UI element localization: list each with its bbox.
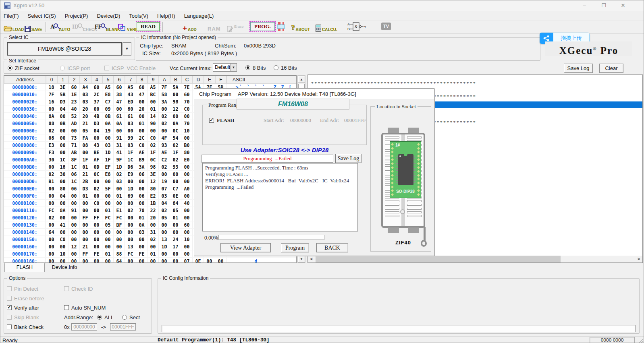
hex-byte-cell[interactable]: 41 (57, 221, 69, 228)
hex-byte-cell[interactable]: 00 (80, 200, 91, 207)
hex-byte-cell[interactable]: 06 (69, 171, 80, 178)
hex-byte-cell[interactable]: 00 (181, 192, 193, 199)
hex-byte-cell[interactable]: 18 (46, 84, 57, 91)
hex-byte-cell[interactable]: 00 (181, 243, 193, 250)
hex-byte-cell[interactable]: 1B (147, 200, 159, 207)
hex-byte-cell[interactable]: 71 (69, 142, 80, 149)
add-button[interactable]: + ADD (183, 21, 197, 33)
hex-byte-cell[interactable]: 31 (147, 229, 159, 236)
hex-byte-cell[interactable]: 02 (159, 120, 170, 127)
menu-item[interactable]: Language(L) (184, 13, 214, 19)
hex-byte-cell[interactable]: 02 (114, 171, 125, 178)
hex-byte-cell[interactable]: BC (147, 91, 159, 98)
hex-byte-cell[interactable]: 01 (147, 105, 159, 112)
hex-byte-cell[interactable]: 00 (69, 221, 80, 228)
hex-byte-cell[interactable]: 5A (170, 84, 181, 91)
hex-byte-cell[interactable]: 00 (136, 98, 147, 105)
save-log-button[interactable]: Save Log (564, 64, 593, 73)
hex-byte-cell[interactable]: 00 (69, 127, 80, 134)
hex-byte-cell[interactable]: 00 (69, 250, 80, 257)
hex-byte-cell[interactable]: 30 (57, 171, 69, 178)
hex-byte-cell[interactable]: 69 (125, 192, 136, 199)
hex-byte-cell[interactable]: 47 (114, 98, 125, 105)
hex-byte-cell[interactable]: 19 (102, 127, 114, 134)
hex-byte-cell[interactable]: 00 (114, 105, 125, 112)
hex-byte-cell[interactable]: 00 (136, 185, 147, 192)
hex-byte-cell[interactable]: 00 (57, 149, 69, 156)
hex-byte-cell[interactable]: 00 (114, 236, 125, 243)
hex-byte-cell[interactable]: 00 (91, 178, 102, 185)
hex-byte-cell[interactable]: E1 (114, 207, 125, 214)
hex-byte-cell[interactable]: 60 (69, 84, 80, 91)
hex-byte-cell[interactable]: 00 (57, 258, 69, 262)
hex-byte-cell[interactable]: 02 (46, 214, 57, 221)
clear-button[interactable]: Clear (599, 64, 623, 73)
hex-byte-cell[interactable]: 73 (69, 134, 80, 141)
hex-byte-cell[interactable]: 98 (170, 98, 181, 105)
hex-byte-cell[interactable]: 0C (147, 156, 159, 163)
hex-byte-cell[interactable]: A5 (102, 84, 114, 91)
hex-byte-cell[interactable]: 00 (57, 243, 69, 250)
hex-byte-cell[interactable]: 00 (159, 221, 170, 228)
hex-byte-cell[interactable]: 00 (181, 163, 193, 170)
hex-byte-cell[interactable]: E8 (102, 171, 114, 178)
addr-all-radio[interactable] (97, 315, 102, 320)
hex-byte-cell[interactable]: FC (46, 207, 57, 214)
hex-byte-cell[interactable]: 00 (57, 142, 69, 149)
hex-byte-cell[interactable]: 00 (114, 200, 125, 207)
hex-byte-cell[interactable]: FE (136, 250, 147, 257)
icsp-port-radio[interactable] (60, 66, 65, 70)
hex-byte-cell[interactable]: 4B (91, 113, 102, 120)
flash-checkbox[interactable] (209, 118, 214, 123)
hex-byte-cell[interactable]: 00 (181, 171, 193, 178)
pin-detect-checkbox[interactable] (7, 286, 12, 291)
addr-to-field[interactable]: 00001FFF (110, 323, 136, 331)
dialog-log-box[interactable]: Programming FLASH ...Succeeded. Time : 6… (202, 163, 358, 231)
hex-byte-cell[interactable]: 61 (125, 113, 136, 120)
close-button[interactable]: ✕ (616, 1, 630, 10)
hex-byte-cell[interactable]: 02 (159, 163, 170, 170)
hex-byte-cell[interactable]: FE (91, 250, 102, 257)
hex-byte-cell[interactable]: 16 (46, 98, 57, 105)
hex-byte-cell[interactable]: 00 (91, 192, 102, 199)
menu-item[interactable]: Device(D) (97, 13, 120, 19)
bits8-radio[interactable] (245, 65, 250, 70)
hex-byte-cell[interactable]: 06 (136, 171, 147, 178)
hex-byte-cell[interactable]: 8A (57, 207, 69, 214)
hex-byte-cell[interactable]: E8 (102, 91, 114, 98)
hex-byte-cell[interactable]: AE (159, 149, 170, 156)
hex-byte-cell[interactable]: 60 (136, 84, 147, 91)
hex-byte-cell[interactable]: 00 (159, 105, 170, 112)
hex-byte-cell[interactable]: 40 (69, 105, 80, 112)
hex-byte-cell[interactable]: 02 (170, 142, 181, 149)
dialog-save-log-button[interactable]: Save Log (335, 154, 361, 163)
hex-byte-cell[interactable]: 00 (46, 185, 57, 192)
hex-byte-cell[interactable]: 01 (102, 207, 114, 214)
blank-button[interactable]: FF BLANK (95, 21, 120, 33)
hex-byte-cell[interactable]: 0C (170, 127, 181, 134)
hex-byte-cell[interactable]: 99 (125, 134, 136, 141)
hex-byte-cell[interactable]: 60 (181, 91, 193, 98)
hex-byte-cell[interactable]: A5 (125, 84, 136, 91)
hex-byte-cell[interactable]: 93 (170, 163, 181, 170)
hex-byte-cell[interactable]: FC (114, 214, 125, 221)
hex-byte-cell[interactable]: 43 (91, 142, 102, 149)
hex-byte-cell[interactable]: 58 (159, 91, 170, 98)
hex-byte-cell[interactable]: 00 (136, 258, 147, 262)
icsp-vcc-checkbox[interactable] (104, 66, 109, 70)
hex-byte-cell[interactable]: 8F (69, 156, 80, 163)
hex-byte-cell[interactable]: C7 (170, 185, 181, 192)
hex-byte-cell[interactable]: 00 (46, 105, 57, 112)
tab-flash[interactable]: FLASH (4, 263, 45, 272)
hex-byte-cell[interactable]: AD (69, 120, 80, 127)
hex-byte-cell[interactable]: 40 (181, 200, 193, 207)
hex-byte-cell[interactable]: 80 (147, 185, 159, 192)
hex-byte-cell[interactable]: FF (91, 214, 102, 221)
hex-byte-cell[interactable]: 00 (102, 229, 114, 236)
hex-byte-cell[interactable]: 00 (125, 127, 136, 134)
hex-byte-cell[interactable]: 1F (170, 149, 181, 156)
hex-byte-cell[interactable]: 0C (91, 171, 102, 178)
hex-byte-cell[interactable]: 03 (80, 98, 91, 105)
hex-byte-cell[interactable]: 4F (159, 134, 170, 141)
hex-byte-cell[interactable]: 0A (136, 221, 147, 228)
